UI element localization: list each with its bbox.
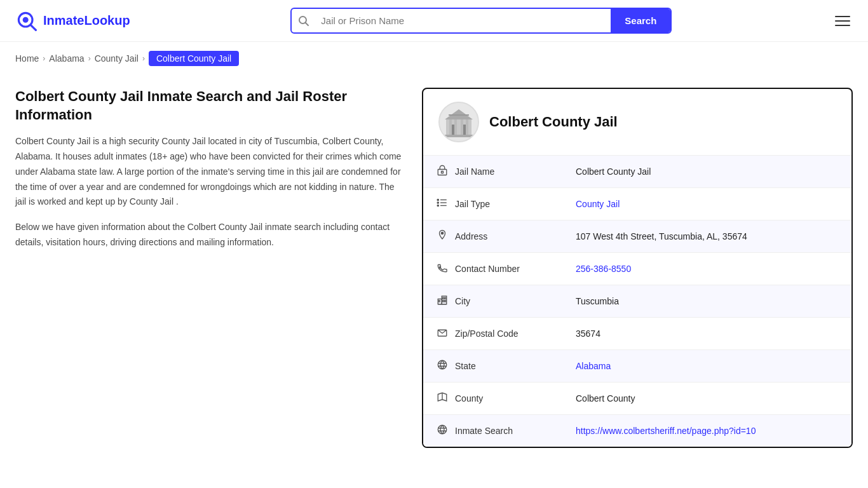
description-2: Below we have given information about th… [15,220,402,250]
svg-line-4 [306,22,309,25]
svg-rect-10 [449,119,452,135]
svg-rect-29 [445,297,446,299]
row-label-cell-4: City [423,285,563,318]
row-label-text-3: Contact Number [455,264,520,274]
svg-point-1 [23,17,29,22]
search-wrapper: Search [290,8,672,34]
row-label-text-7: County [455,393,483,403]
card-facility-name: Colbert County Jail [489,114,618,130]
site-name: InmateLookup [43,13,130,28]
breadcrumb-alabama[interactable]: Alabama [49,53,84,64]
table-row: Jail TypeCounty Jail [423,188,851,220]
info-card: Colbert County Jail Jail NameColbert Cou… [422,88,853,448]
breadcrumb-chevron-2: › [88,54,91,63]
row-value-cell-5: 35674 [563,318,851,350]
svg-rect-11 [454,119,457,135]
svg-line-2 [31,25,36,30]
breadcrumb-chevron-3: › [142,54,145,63]
search-magnifier-icon [292,10,316,32]
svg-point-21 [437,202,438,203]
row-label-cell-8: Inmate Search [423,415,563,447]
phone-icon [436,262,449,276]
search-button[interactable]: Search [611,9,670,32]
facility-avatar [438,102,479,142]
breadcrumb-chevron-1: › [43,54,45,63]
pin-icon [436,229,449,243]
left-panel: Colbert County Jail Inmate Search and Ja… [15,88,422,448]
county-icon [436,391,449,405]
svg-rect-15 [438,170,447,175]
row-label-cell-2: Address [423,220,563,253]
row-value-cell-2: 107 West 4th Street, Tuscumbia, AL, 3567… [563,220,851,253]
svg-point-20 [437,199,438,200]
row-value-cell-8[interactable]: https://www.colbertsheriff.net/page.php?… [563,415,851,447]
svg-point-22 [437,205,438,206]
row-label-text-6: State [455,361,476,371]
logo-icon [15,10,38,32]
svg-rect-31 [445,301,446,302]
row-label-text-0: Jail Name [455,166,494,177]
row-value-link-8[interactable]: https://www.colbertsheriff.net/page.php?… [576,426,756,436]
row-label-cell-3: Contact Number [423,253,563,285]
info-table: Jail NameColbert County JailJail TypeCou… [423,156,851,447]
row-value-link-6[interactable]: Alabama [576,361,611,371]
svg-point-23 [441,232,443,234]
row-label-text-8: Inmate Search [455,426,513,436]
row-label-cell-0: Jail Name [423,156,563,188]
table-row: StateAlabama [423,350,851,383]
row-value-cell-7: Colbert County [563,383,851,415]
globe2-icon [436,424,449,438]
row-label-cell-5: Zip/Postal Code [423,318,563,350]
svg-rect-14 [445,135,473,137]
row-value-cell-1[interactable]: County Jail [563,188,851,220]
city-icon [436,294,449,308]
row-label-text-1: Jail Type [455,199,490,209]
row-value-link-3[interactable]: 256-386-8550 [576,264,631,274]
search-input[interactable] [316,9,611,32]
svg-rect-30 [443,301,444,302]
breadcrumb: Home › Alabama › County Jail › Colbert C… [0,42,868,75]
table-row: Address107 West 4th Street, Tuscumbia, A… [423,220,851,253]
page-title: Colbert County Jail Inmate Search and Ja… [15,88,402,124]
mail-icon [436,327,449,341]
description-1: Colbert County Jail is a high security C… [15,134,402,210]
table-row: Zip/Postal Code35674 [423,318,851,350]
main-content: Colbert County Jail Inmate Search and Ja… [0,75,868,473]
svg-rect-9 [449,114,469,116]
globe-icon [436,359,449,373]
row-value-cell-6[interactable]: Alabama [563,350,851,383]
svg-point-33 [438,360,447,369]
row-value-cell-0: Colbert County Jail [563,156,851,188]
table-row: Jail NameColbert County Jail [423,156,851,188]
row-value-cell-3[interactable]: 256-386-8550 [563,253,851,285]
list-icon [436,197,449,211]
row-label-text-2: Address [455,231,487,241]
row-label-cell-1: Jail Type [423,188,563,220]
row-label-text-5: Zip/Postal Code [455,329,519,339]
breadcrumb-county-jail[interactable]: County Jail [95,53,139,64]
search-area: Search [290,8,672,34]
svg-rect-16 [442,172,444,173]
card-header: Colbert County Jail [423,89,851,156]
svg-rect-28 [443,297,444,299]
facility-building-icon [442,105,475,139]
svg-rect-27 [439,301,440,302]
svg-rect-13 [466,119,468,135]
site-header: InmateLookup Search [0,0,868,42]
row-label-text-4: City [455,296,470,306]
row-label-cell-7: County [423,383,563,415]
table-row: CityTuscumbia [423,285,851,318]
breadcrumb-current: Colbert County Jail [149,51,239,66]
hamburger-menu[interactable] [832,13,853,29]
jail-icon [436,165,449,179]
table-row: CountyColbert County [423,383,851,415]
table-row: Inmate Searchhttps://www.colbertsheriff.… [423,415,851,447]
svg-point-38 [438,425,447,434]
row-value-cell-4: Tuscumbia [563,285,851,318]
table-row: Contact Number256-386-8550 [423,253,851,285]
row-label-cell-6: State [423,350,563,383]
row-value-link-1[interactable]: County Jail [576,199,620,209]
svg-rect-12 [461,119,463,135]
site-logo[interactable]: InmateLookup [15,10,130,32]
breadcrumb-home[interactable]: Home [15,53,39,64]
